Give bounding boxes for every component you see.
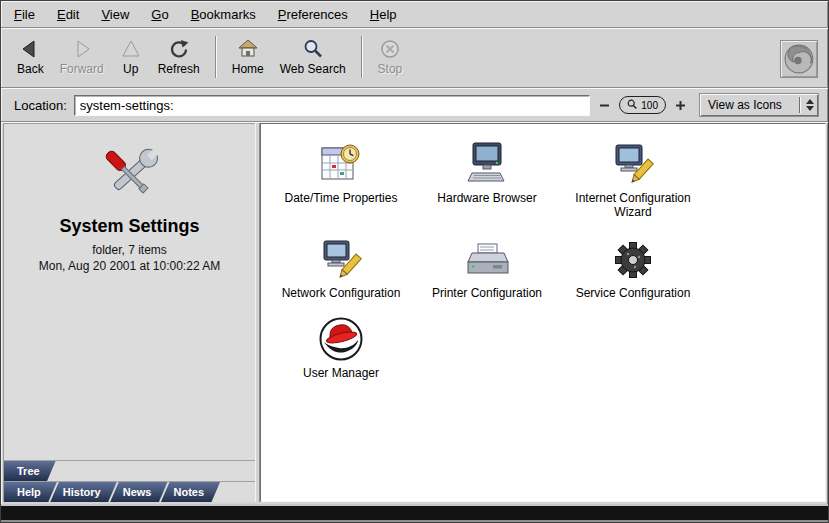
forward-icon	[71, 37, 93, 61]
stop-label: Stop	[378, 62, 403, 76]
folder-item-count: folder, 7 items	[4, 243, 255, 257]
file-icon-datetime-properties[interactable]: Date/Time Properties	[268, 134, 414, 220]
menu-file[interactable]: File	[14, 7, 35, 22]
file-icon-label: Printer Configuration	[432, 286, 542, 300]
sidebar-tab-history[interactable]: History	[50, 482, 117, 502]
forward-label: Forward	[60, 62, 104, 76]
menu-bookmarks[interactable]: Bookmarks	[191, 7, 256, 22]
view-mode-arrows-icon	[801, 99, 818, 111]
file-icon-printer-configuration[interactable]: Printer Configuration	[414, 229, 560, 300]
system-tools-icon	[91, 142, 169, 212]
web-search-button[interactable]: Web Search	[272, 33, 354, 79]
refresh-button[interactable]: Refresh	[150, 33, 208, 79]
location-bar: Location: 100 View as Icons	[1, 89, 828, 121]
user-manager-icon	[317, 309, 365, 363]
home-label: Home	[232, 62, 264, 76]
file-icon-service-configuration[interactable]: Service Configuration	[560, 229, 706, 300]
menu-edit[interactable]: Edit	[57, 7, 79, 22]
sidebar-tab-help[interactable]: Help	[4, 482, 57, 502]
network-config-icon	[317, 229, 365, 283]
hardware-browser-icon	[463, 134, 511, 188]
web-search-label: Web Search	[280, 62, 346, 76]
file-icon-label: Internet Configuration Wizard	[563, 191, 703, 220]
location-label: Location:	[11, 98, 67, 113]
internet-config-icon	[609, 134, 657, 188]
menu-view[interactable]: View	[101, 7, 129, 22]
home-icon	[237, 37, 259, 61]
menu-preferences[interactable]: Preferences	[278, 7, 348, 22]
file-icon-internet-configuration-wizard[interactable]: Internet Configuration Wizard	[560, 134, 706, 220]
refresh-icon	[168, 37, 190, 61]
home-button[interactable]: Home	[224, 33, 272, 79]
zoom-out-button[interactable]	[597, 99, 612, 112]
service-config-icon	[609, 229, 657, 283]
file-icon-label: Service Configuration	[576, 286, 691, 300]
sidebar-spacer	[4, 273, 255, 460]
zoom-in-button[interactable]	[673, 99, 688, 112]
sidebar-tab-tree[interactable]: Tree	[4, 461, 56, 481]
menu-help[interactable]: Help	[370, 7, 397, 22]
status-bar	[1, 504, 828, 522]
zoom-magnifier-icon	[627, 99, 638, 112]
sidebar-tab-notes[interactable]: Notes	[161, 482, 221, 502]
file-icon-hardware-browser[interactable]: Hardware Browser	[414, 134, 560, 220]
file-icon-label: User Manager	[303, 366, 379, 380]
stop-button[interactable]: Stop	[370, 33, 411, 79]
file-icon-label: Network Configuration	[282, 286, 401, 300]
menu-go[interactable]: Go	[151, 7, 168, 22]
web-search-icon	[302, 37, 324, 61]
stop-icon	[379, 37, 401, 61]
sidebar-tab-news[interactable]: News	[110, 482, 168, 502]
zoom-level-indicator[interactable]: 100	[619, 96, 666, 114]
view-mode-dropdown[interactable]: View as Icons	[699, 93, 819, 117]
view-mode-label: View as Icons	[700, 98, 799, 112]
refresh-label: Refresh	[158, 62, 200, 76]
toolbar: Back Forward Up Refresh	[1, 29, 828, 87]
sidebar-tab-row-bottom: Help History News Notes	[4, 481, 255, 502]
gnome-throbber-icon	[780, 40, 818, 78]
back-label: Back	[17, 62, 44, 76]
back-button[interactable]: Back	[9, 33, 52, 79]
sidebar-tab-row-top: Tree	[4, 460, 255, 481]
folder-modified-date: Mon, Aug 20 2001 at 10:00:22 AM	[4, 259, 255, 273]
toolbar-separator-2	[361, 36, 363, 78]
sidebar-panel: System Settings folder, 7 items Mon, Aug…	[3, 123, 255, 502]
up-button[interactable]: Up	[112, 33, 150, 79]
datetime-icon	[317, 134, 365, 188]
location-input[interactable]	[74, 95, 591, 116]
zoom-level-value: 100	[641, 100, 658, 111]
menu-bar: File Edit View Go Bookmarks Preferences …	[1, 1, 828, 27]
printer-config-icon	[463, 229, 511, 283]
file-icon-label: Hardware Browser	[437, 191, 536, 205]
toolbar-separator	[215, 36, 217, 78]
forward-button[interactable]: Forward	[52, 33, 112, 79]
back-icon	[19, 37, 41, 61]
icon-view-panel: Date/Time Properties Hardware B	[260, 123, 826, 502]
file-icon-network-configuration[interactable]: Network Configuration	[268, 229, 414, 300]
folder-title: System Settings	[4, 216, 255, 237]
nautilus-window: File Edit View Go Bookmarks Preferences …	[0, 0, 829, 523]
up-icon	[120, 37, 142, 61]
up-label: Up	[123, 62, 138, 76]
file-icon-user-manager[interactable]: User Manager	[268, 309, 414, 380]
file-icon-label: Date/Time Properties	[285, 191, 398, 205]
content-area: System Settings folder, 7 items Mon, Aug…	[3, 123, 826, 502]
